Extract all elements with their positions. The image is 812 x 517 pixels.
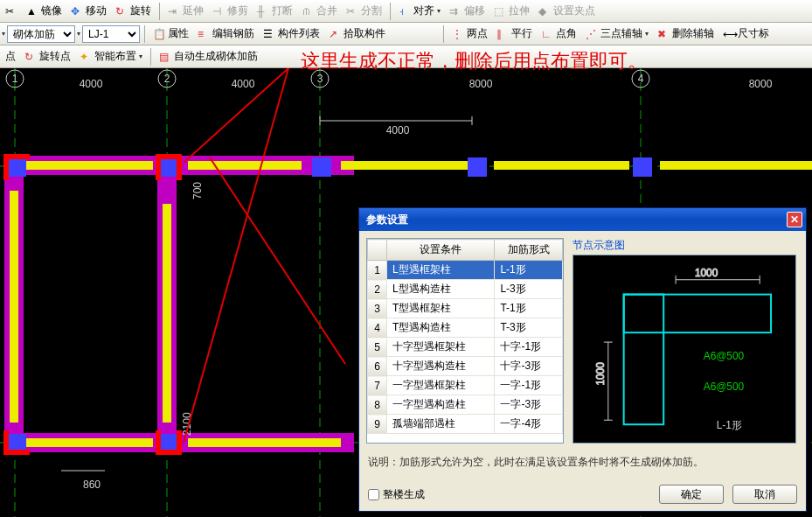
trim-label: 修剪 bbox=[227, 3, 248, 18]
preview-panel: 节点示意图 1000 1000 bbox=[573, 238, 799, 444]
cell-condition[interactable]: L型遇框架柱 bbox=[387, 261, 495, 280]
cell-condition[interactable]: 十字型遇构造柱 bbox=[387, 357, 495, 376]
trim-icon: ⊣ bbox=[212, 5, 225, 17]
end-point-btn[interactable]: 点 bbox=[2, 47, 19, 66]
cell-form[interactable]: 一字-1形 bbox=[495, 376, 563, 395]
ok-button[interactable]: 确定 bbox=[659, 485, 724, 504]
close-button[interactable]: ✕ bbox=[787, 212, 802, 227]
svg-text:8000: 8000 bbox=[749, 78, 773, 90]
offset-label: 偏移 bbox=[464, 3, 485, 18]
row-number: 3 bbox=[368, 299, 387, 318]
pick-member-label: 拾取构件 bbox=[344, 26, 385, 41]
cell-condition[interactable]: L型遇构造柱 bbox=[387, 280, 495, 299]
svg-rect-38 bbox=[468, 157, 487, 177]
table-row[interactable]: 8一字型遇构造柱一字-3形 bbox=[368, 395, 563, 415]
move-btn[interactable]: ✥移动 bbox=[67, 2, 110, 20]
table-row[interactable]: 5十字型遇框架柱十字-1形 bbox=[368, 338, 563, 357]
move-label: 移动 bbox=[86, 3, 107, 18]
cell-form[interactable]: 十字-3形 bbox=[495, 357, 563, 376]
smart-layout-label: 智能布置 bbox=[94, 49, 136, 64]
cell-condition[interactable]: 一字型遇构造柱 bbox=[387, 395, 495, 415]
table-row[interactable]: 1L型遇框架柱L-1形 bbox=[368, 261, 563, 280]
grip-icon: ◆ bbox=[538, 5, 551, 17]
rotate-btn[interactable]: ↻旋转 bbox=[112, 2, 155, 20]
svg-rect-46 bbox=[177, 154, 182, 180]
cell-condition[interactable]: T型遇框架柱 bbox=[387, 299, 495, 318]
category-select[interactable]: 砌体加筋 bbox=[7, 25, 75, 43]
table-row[interactable]: 6十字型遇构造柱十字-3形 bbox=[368, 357, 563, 376]
col-condition[interactable]: 设置条件 bbox=[387, 240, 495, 261]
cell-condition[interactable]: 一字型遇框架柱 bbox=[387, 376, 495, 395]
stretch-label: 拉伸 bbox=[509, 3, 530, 18]
svg-rect-33 bbox=[10, 191, 18, 423]
table-row[interactable]: 9孤墙端部遇柱一字-4形 bbox=[368, 415, 563, 434]
member-list-btn[interactable]: ☰构件列表 bbox=[260, 24, 323, 43]
list-icon: ☰ bbox=[263, 28, 275, 40]
rotate-point-icon: ↻ bbox=[24, 51, 37, 63]
chevron-down-icon: ▾ bbox=[645, 30, 649, 38]
separator bbox=[159, 3, 160, 20]
align-btn[interactable]: ⫞对齐▾ bbox=[395, 2, 444, 20]
table-row[interactable]: 7一字型遇框架柱一字-1形 bbox=[368, 376, 563, 395]
cell-form[interactable]: T-1形 bbox=[495, 299, 563, 318]
table-row[interactable]: 2L型遇构造柱L-3形 bbox=[368, 280, 563, 299]
edit-rebar-btn[interactable]: ≡编辑钢筋 bbox=[194, 24, 258, 43]
cell-form[interactable]: T-3形 bbox=[495, 318, 563, 338]
break-label: 打断 bbox=[272, 3, 293, 18]
stretch-btn[interactable]: ⬚拉伸 bbox=[490, 2, 533, 20]
mirror-btn[interactable]: ▲镜像 bbox=[23, 2, 66, 20]
separator bbox=[390, 3, 391, 20]
set-grip-btn[interactable]: ◆设置夹点 bbox=[535, 2, 599, 20]
chevron-down-icon[interactable]: ▾ bbox=[77, 30, 80, 38]
cell-form[interactable]: 一字-3形 bbox=[495, 395, 563, 415]
cell-form[interactable]: L-3形 bbox=[495, 280, 563, 299]
cancel-button[interactable]: 取消 bbox=[732, 485, 797, 504]
svg-rect-32 bbox=[188, 438, 341, 447]
auto-gen-btn[interactable]: ▤自动生成砌体加筋 bbox=[156, 47, 261, 66]
whole-floor-check[interactable]: 整楼生成 bbox=[368, 487, 425, 502]
break-btn[interactable]: ╫打断 bbox=[253, 2, 296, 20]
two-point-btn[interactable]: ⋮两点 bbox=[448, 24, 491, 43]
cell-condition[interactable]: 十字型遇框架柱 bbox=[387, 338, 495, 357]
chevron-down-icon: ▾ bbox=[139, 52, 142, 60]
svg-rect-50 bbox=[156, 430, 161, 455]
cell-form[interactable]: 一字-4形 bbox=[495, 415, 563, 434]
cut-btn[interactable]: ✂ bbox=[2, 3, 21, 19]
pick-member-btn[interactable]: ↗拾取构件 bbox=[325, 24, 389, 43]
trim-btn[interactable]: ⊣修剪 bbox=[209, 2, 252, 20]
item-select[interactable]: LJ-1 bbox=[82, 25, 140, 43]
dialog-titlebar[interactable]: 参数设置 ✕ bbox=[359, 208, 806, 231]
cell-condition[interactable]: 孤墙端部遇柱 bbox=[387, 415, 495, 434]
cell-condition[interactable]: T型遇构造柱 bbox=[387, 318, 495, 338]
table-row[interactable]: 3T型遇框架柱T-1形 bbox=[368, 299, 563, 318]
corner-label: 点角 bbox=[556, 26, 577, 41]
extend-icon: ⇥ bbox=[168, 5, 180, 17]
rotate-icon: ↻ bbox=[115, 5, 128, 17]
corner-btn[interactable]: ∟点角 bbox=[538, 24, 580, 43]
toolbar-member: ▾ 砌体加筋 ▾ LJ-1 📋属性 ≡编辑钢筋 ☰构件列表 ↗拾取构件 ⋮两点 … bbox=[0, 23, 812, 45]
whole-floor-label: 整楼生成 bbox=[383, 487, 425, 502]
rotate-point-btn[interactable]: ↻旋转点 bbox=[21, 47, 74, 66]
del-aux-btn[interactable]: ✖删除辅轴 bbox=[654, 24, 718, 43]
parallel-btn[interactable]: ∥平行 bbox=[493, 24, 536, 43]
offset-btn[interactable]: ⇉偏移 bbox=[446, 2, 489, 20]
props-btn[interactable]: 📋属性 bbox=[149, 24, 192, 43]
split-btn[interactable]: ✂分割 bbox=[343, 2, 385, 20]
cell-form[interactable]: L-1形 bbox=[495, 261, 563, 280]
three-point-aux-btn[interactable]: ⋰三点辅轴▾ bbox=[582, 24, 652, 43]
auto-icon: ▤ bbox=[159, 51, 171, 63]
dialog-footer: 整楼生成 确定 取消 bbox=[368, 485, 797, 504]
mirror-label: 镜像 bbox=[41, 3, 62, 18]
move-icon: ✥ bbox=[71, 5, 83, 17]
dim-btn[interactable]: ⟷尺寸标 bbox=[719, 24, 773, 43]
merge-btn[interactable]: ⫙合并 bbox=[298, 2, 341, 20]
split-icon: ✂ bbox=[346, 5, 358, 17]
chevron-down-icon[interactable]: ▾ bbox=[2, 30, 5, 38]
table-row[interactable]: 4T型遇构造柱T-3形 bbox=[368, 318, 563, 338]
whole-floor-checkbox[interactable] bbox=[368, 489, 379, 500]
settings-grid[interactable]: 设置条件 加筋形式 1L型遇框架柱L-1形2L型遇构造柱L-3形3T型遇框架柱T… bbox=[366, 238, 564, 444]
cell-form[interactable]: 十字-1形 bbox=[495, 338, 563, 357]
smart-layout-btn[interactable]: ✦智能布置▾ bbox=[76, 47, 146, 66]
col-form[interactable]: 加筋形式 bbox=[495, 240, 563, 261]
extend-btn[interactable]: ⇥延伸 bbox=[164, 2, 207, 20]
